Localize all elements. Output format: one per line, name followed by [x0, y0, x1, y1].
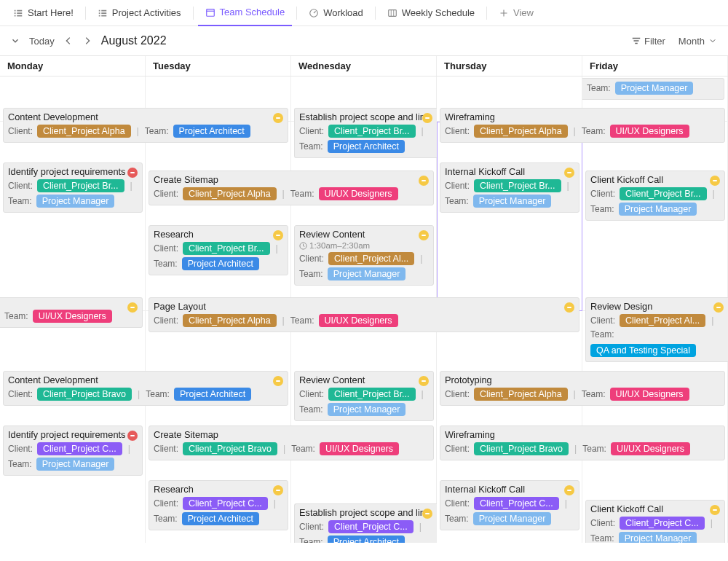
- tab-start-here[interactable]: Start Here!: [6, 0, 81, 26]
- status-icon: [273, 485, 283, 495]
- event-client-label: Client:: [299, 389, 324, 399]
- client-chip: Client_Project Al...: [620, 314, 705, 327]
- event-identify-requirements[interactable]: Identify project requirements Client: Cl…: [3, 425, 143, 476]
- team-chip: QA and Testing Special: [590, 344, 696, 357]
- svg-rect-0: [206, 9, 214, 16]
- event-client-label: Client:: [445, 126, 470, 136]
- event-title: Identify project requirements: [8, 166, 138, 177]
- event-client-label: Client:: [445, 498, 470, 509]
- event-client-kickoff[interactable]: Client Kickoff Call Client: Client_Proje…: [585, 500, 725, 543]
- team-chip: Project Architect: [328, 140, 405, 153]
- event-page-layout[interactable]: Page Layout Client: Client_Project Alpha…: [149, 297, 579, 332]
- event-review-content[interactable]: Review Content Client: Client_Project Br…: [294, 371, 434, 421]
- tab-label: Project Activities: [112, 7, 181, 18]
- tab-label: View: [513, 7, 534, 18]
- filter-button[interactable]: Filter: [631, 36, 665, 47]
- event-team-label: Team:: [582, 126, 606, 136]
- event-establish-scope[interactable]: Establish project scope and lin Client: …: [294, 503, 437, 543]
- event-client-label: Client:: [154, 243, 178, 254]
- event-internal-kickoff[interactable]: Internal Kickoff Call Client: Client_Pro…: [440, 162, 579, 213]
- event-title: Content Development: [8, 374, 283, 385]
- svg-rect-2: [389, 9, 397, 16]
- next-month-button[interactable]: [82, 36, 92, 46]
- client-chip: Client_Project Br...: [328, 388, 416, 401]
- event-research[interactable]: Research Client: Client_Project Br... | …: [149, 225, 288, 275]
- calendar-toolbar: Today August 2022 Filter Month: [0, 26, 728, 55]
- status-icon: [564, 485, 574, 495]
- plus-icon: [499, 8, 509, 18]
- dow-wednesday: Wednesday: [291, 56, 437, 76]
- event-prototyping[interactable]: Prototyping Client: Client_Project Alpha…: [440, 371, 725, 406]
- calendar-dow-header: Monday Tuesday Wednesday Thursday Friday: [0, 55, 728, 76]
- event-title: Research: [154, 484, 283, 495]
- status-icon: [419, 230, 429, 240]
- event-team-label: Team:: [8, 459, 32, 469]
- event-team-label: Team:: [290, 315, 314, 326]
- event-review-content[interactable]: Review Content 1:30am–2:30am Client: Cli…: [294, 225, 434, 286]
- status-icon: [713, 302, 724, 313]
- tab-team-schedule[interactable]: Team Schedule: [198, 0, 293, 26]
- tab-workload[interactable]: Workload: [301, 0, 371, 26]
- event-title: Page Layout: [154, 301, 574, 312]
- status-icon: [564, 168, 574, 178]
- event-team-label: Team:: [145, 126, 169, 136]
- caret-down-icon: [708, 36, 718, 46]
- event-client-label: Client:: [8, 444, 33, 454]
- team-chip: Project Manager: [328, 403, 406, 416]
- event-wireframing[interactable]: Wireframing Client: Client_Project Bravo…: [440, 425, 725, 460]
- client-chip: Client_Project C...: [37, 442, 122, 455]
- client-chip: Client_Project C...: [620, 517, 705, 530]
- event-create-sitemap[interactable]: Create Sitemap Client: Client_Project Br…: [149, 425, 434, 460]
- client-chip: Client_Project Alpha: [474, 388, 568, 401]
- event-client-label: Client:: [299, 126, 324, 136]
- team-chip: Project Manager: [328, 267, 406, 280]
- event-client-label: Client:: [299, 522, 324, 532]
- event-content-development[interactable]: Content Development Client: Client_Proje…: [3, 371, 288, 406]
- event-card[interactable]: Team: UI/UX Designers: [0, 297, 143, 328]
- tab-weekly-schedule[interactable]: Weekly Schedule: [380, 0, 482, 26]
- event-card[interactable]: Team: Project Manager: [582, 78, 724, 100]
- event-client-kickoff[interactable]: Client Kickoff Call Client: Client_Proje…: [585, 170, 725, 221]
- client-chip: Client_Project C...: [474, 497, 559, 510]
- team-chip: UI/UX Designers: [610, 125, 689, 138]
- team-chip: UI/UX Designers: [320, 442, 399, 455]
- event-title: Create Sitemap: [154, 174, 429, 185]
- prev-month-button[interactable]: [63, 36, 74, 46]
- view-mode-dropdown[interactable]: Month: [678, 36, 718, 47]
- event-create-sitemap[interactable]: Create Sitemap Client: Client_Project Al…: [149, 170, 434, 205]
- event-team-label: Team:: [582, 444, 606, 454]
- team-chip: Project Architect: [182, 257, 259, 270]
- event-research[interactable]: Research Client: Client_Project C... | T…: [149, 480, 288, 530]
- status-icon: [710, 505, 720, 515]
- status-icon: [419, 376, 429, 386]
- event-title: Review Design: [590, 301, 724, 312]
- week-icon: [387, 8, 397, 18]
- status-icon: [127, 431, 138, 441]
- client-chip: Client_Project Alpha: [183, 314, 277, 327]
- view-mode-label: Month: [678, 36, 705, 47]
- status-icon: [127, 302, 138, 313]
- client-chip: Client_Project Br...: [37, 179, 124, 192]
- team-chip: Project Manager: [615, 82, 694, 95]
- event-content-development[interactable]: Content Development Client: Client_Proje…: [3, 108, 288, 143]
- tab-project-activities[interactable]: Project Activities: [90, 0, 189, 26]
- expand-button[interactable]: [10, 36, 20, 46]
- event-identify-requirements[interactable]: Identify project requirements Client: Cl…: [3, 162, 143, 213]
- client-chip: Client_Project Bravo: [183, 442, 277, 455]
- client-chip: Client_Project C...: [328, 520, 414, 533]
- client-chip: Client_Project C...: [183, 497, 268, 510]
- event-team-label: Team:: [587, 83, 611, 93]
- event-review-design[interactable]: Review Design Client: Client_Project Al.…: [585, 297, 728, 362]
- event-establish-scope[interactable]: Establish project scope and lin Client: …: [294, 108, 437, 158]
- event-team-label: Team:: [590, 533, 614, 543]
- today-button[interactable]: Today: [29, 36, 55, 47]
- event-title: Client Kickoff Call: [590, 174, 720, 185]
- event-team-label: Team:: [299, 269, 323, 279]
- team-chip: Project Manager: [36, 458, 115, 471]
- event-client-label: Client:: [154, 189, 178, 199]
- tab-add-view[interactable]: View: [491, 0, 541, 26]
- event-internal-kickoff[interactable]: Internal Kickoff Call Client: Client_Pro…: [440, 480, 579, 530]
- event-title: Research: [154, 229, 283, 240]
- event-client-label: Client:: [154, 444, 178, 454]
- event-wireframing[interactable]: Wireframing Client: Client_Project Alpha…: [440, 108, 725, 143]
